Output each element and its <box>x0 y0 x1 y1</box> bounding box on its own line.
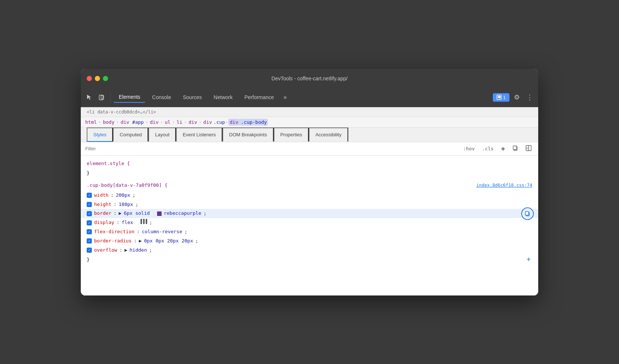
prop-border-radius-name: border-radius <box>94 237 132 245</box>
svg-rect-11 <box>141 219 142 224</box>
element-style-rule: element.style { <box>81 158 538 169</box>
svg-rect-13 <box>146 219 147 224</box>
filter-actions: :hov .cls + <box>461 144 534 154</box>
add-rule-button[interactable]: + <box>525 255 532 264</box>
prop-border-value: 6px solid <box>124 210 150 217</box>
breadcrumb-html[interactable]: html <box>84 119 98 126</box>
flex-icon[interactable] <box>141 219 147 227</box>
prop-border-radius-row: border-radius : ▶ 0px 0px 20px 20px ; <box>81 237 538 246</box>
maximize-button[interactable] <box>103 76 108 81</box>
toolbar-right: 💬 1 ⚙ ⋮ <box>493 92 535 103</box>
settings-button[interactable]: ⚙ <box>512 92 522 103</box>
tab-sources[interactable]: Sources <box>178 92 207 102</box>
subtab-dom-breakpoints[interactable]: DOM Breakpoints <box>222 127 274 142</box>
dom-selected-bar: <li data-v-ccdb0dcd>…</li> <box>81 107 538 117</box>
breadcrumb-li[interactable]: li <box>175 119 184 126</box>
toolbar-divider <box>110 92 111 102</box>
tab-network[interactable]: Network <box>208 92 238 102</box>
cup-body-rule-header: .cup-body[data-v-7a0f9f00] { index.8d6c6… <box>81 180 538 191</box>
minimize-button[interactable] <box>95 76 100 81</box>
prop-width-row: width : 200px ; <box>81 191 538 200</box>
breadcrumb-body[interactable]: body <box>101 119 116 126</box>
border-radius-expand-arrow[interactable]: ▶ <box>139 237 142 245</box>
styles-panel: element.style { } .cup-body[data-v-7a0f9… <box>81 155 538 295</box>
prop-height-name: height <box>94 201 111 209</box>
cls-button[interactable]: .cls <box>480 145 496 153</box>
prop-display-checkbox[interactable] <box>87 220 92 225</box>
svg-rect-1 <box>101 95 104 99</box>
breadcrumb-div2[interactable]: div <box>187 119 198 126</box>
prop-overflow-row: overflow : ▶ hidden ; <box>81 246 538 255</box>
subtab-layout[interactable]: Layout <box>148 127 176 142</box>
prop-border-color: rebeccapurple <box>164 210 201 217</box>
cursor-icon-button[interactable] <box>84 92 95 103</box>
prop-overflow-checkbox[interactable] <box>87 248 92 253</box>
tab-elements[interactable]: Elements <box>114 92 145 103</box>
close-button[interactable] <box>87 76 92 81</box>
prop-width-name: width <box>94 192 108 199</box>
device-toggle-button[interactable] <box>96 92 107 103</box>
cup-body-selector: .cup-body[data-v-7a0f9f00] { <box>87 182 167 189</box>
prop-border-radius-checkbox[interactable] <box>87 238 92 244</box>
styles-subtabs: Styles Computed Layout Event Listeners D… <box>81 127 538 142</box>
prop-height-value: 180px <box>119 201 133 209</box>
copy-style-button[interactable] <box>510 144 521 153</box>
more-menu-button[interactable]: ⋮ <box>524 92 535 103</box>
more-tabs-button[interactable]: » <box>281 92 290 103</box>
prop-width-checkbox[interactable] <box>87 193 92 198</box>
breadcrumb-div-app[interactable]: div <box>119 119 131 126</box>
issues-count: 1 <box>503 95 506 100</box>
subtab-event-listeners[interactable]: Event Listeners <box>176 127 222 142</box>
file-link[interactable]: index.8d6c6f18.css:74 <box>476 182 532 189</box>
prop-border-checkbox[interactable] <box>87 211 92 216</box>
element-style-closing: } <box>81 169 538 180</box>
window-title: DevTools - coffee-cart.netlify.app/ <box>272 76 347 81</box>
devtools-window: DevTools - coffee-cart.netlify.app/ Elem… <box>81 69 538 295</box>
breadcrumb-div-cup-body[interactable]: div <box>228 119 240 126</box>
tab-console[interactable]: Console <box>147 92 176 102</box>
breadcrumb-div[interactable]: div <box>148 119 160 126</box>
prop-height-row: height : 180px ; <box>81 200 538 209</box>
add-style-button[interactable]: + <box>499 144 507 154</box>
prop-display-row: display : flex ; <box>81 218 538 227</box>
svg-rect-12 <box>143 219 145 224</box>
filter-bar: :hov .cls + <box>81 142 538 155</box>
cup-body-rule-closing: } + <box>81 255 538 265</box>
prop-display-value: flex <box>122 219 133 227</box>
breadcrumb: html › body › div#app › div › ul › li › … <box>81 117 538 127</box>
breadcrumb-div-cup[interactable]: div <box>202 119 213 126</box>
prop-border-radius-value: 0px 0px 20px 20px <box>144 237 193 245</box>
breadcrumb-ul[interactable]: ul <box>163 119 172 126</box>
subtab-computed[interactable]: Computed <box>113 127 148 142</box>
prop-height-checkbox[interactable] <box>87 202 92 207</box>
hov-button[interactable]: :hov <box>461 145 477 153</box>
border-color-swatch[interactable] <box>157 211 162 216</box>
breadcrumb-app-id[interactable]: #app <box>131 119 145 126</box>
element-style-selector: element.style { <box>87 161 130 166</box>
subtab-styles[interactable]: Styles <box>87 127 113 142</box>
prop-overflow-value: hidden <box>129 246 147 254</box>
traffic-lights <box>87 76 108 81</box>
svg-rect-5 <box>513 146 516 150</box>
prop-flex-direction-value: column-reverse <box>142 228 182 236</box>
overflow-expand-arrow[interactable]: ▶ <box>124 246 127 254</box>
prop-flex-direction-checkbox[interactable] <box>87 229 92 234</box>
svg-rect-10 <box>525 211 529 215</box>
prop-border-name: border <box>94 210 111 217</box>
svg-text:💬: 💬 <box>497 95 501 99</box>
dom-selected-element: <li data-v-ccdb0dcd>…</li> <box>87 109 156 115</box>
prop-overflow-name: overflow <box>94 246 117 254</box>
titlebar: DevTools - coffee-cart.netlify.app/ <box>81 69 538 88</box>
border-expand-arrow[interactable]: ▶ <box>119 210 122 217</box>
layout-panel-button[interactable] <box>523 144 534 153</box>
filter-input[interactable] <box>85 146 458 151</box>
prop-border-row: border : ▶ 6px solid rebeccapurple ; <box>81 209 538 218</box>
prop-flex-direction-row: flex-direction : column-reverse ; <box>81 227 538 237</box>
subtab-accessibility[interactable]: Accessibility <box>309 127 348 142</box>
tab-performance[interactable]: Performance <box>239 92 279 102</box>
subtab-properties[interactable]: Properties <box>274 127 309 142</box>
toolbar: Elements Console Sources Network Perform… <box>81 88 538 107</box>
prop-display-name: display <box>94 219 114 227</box>
issues-badge-button[interactable]: 💬 1 <box>493 93 509 102</box>
prop-width-value: 200px <box>116 192 130 199</box>
